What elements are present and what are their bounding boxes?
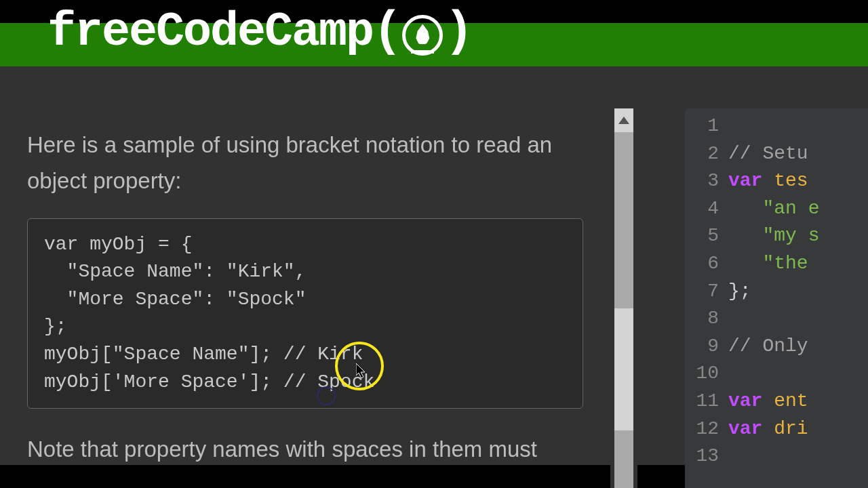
editor-line[interactable]: 7}; (685, 278, 868, 306)
paren-open: ( (373, 13, 401, 52)
editor-line[interactable]: 3var tes (685, 167, 868, 195)
editor-line[interactable]: 5 "my s (685, 222, 868, 250)
line-number: 4 (685, 195, 728, 223)
code-editor-pane[interactable]: 12// Setu3var tes4 "an e5 "my s6 "the 7}… (685, 108, 868, 488)
line-number: 3 (685, 167, 728, 195)
editor-line-content[interactable]: // Setu (728, 140, 808, 168)
line-number: 6 (685, 250, 728, 278)
chevron-up-icon (618, 117, 629, 124)
editor-line[interactable]: 8 (685, 305, 868, 333)
line-number: 1 (685, 113, 728, 140)
line-number: 5 (685, 222, 728, 250)
scroll-up-button[interactable] (614, 108, 633, 132)
editor-line[interactable]: 10 (685, 360, 868, 388)
editor-line[interactable]: 12var dri (685, 415, 868, 443)
editor-line[interactable]: 2// Setu (685, 140, 868, 168)
svg-marker-0 (356, 363, 365, 378)
editor-line[interactable]: 1 (685, 113, 868, 140)
brand-banner: freeCodeCamp() (0, 23, 868, 66)
editor-line-content[interactable]: var tes (728, 167, 808, 195)
line-number: 9 (685, 333, 728, 361)
line-number: 12 (685, 415, 728, 443)
brand-name-text: freeCodeCamp (47, 14, 373, 52)
lesson-note-text: Note that property names with spaces in … (27, 432, 583, 468)
flame-icon (402, 15, 443, 56)
lesson-intro-text: Here is a sample of using bracket notati… (27, 127, 583, 199)
line-number: 13 (685, 443, 728, 470)
editor-line-content[interactable]: var dri (728, 415, 808, 443)
editor-line-content[interactable]: }; (728, 278, 751, 306)
line-number: 7 (685, 278, 728, 306)
editor-line-content[interactable]: var ent (728, 388, 808, 415)
secondary-circle-icon (317, 386, 336, 405)
line-number: 10 (685, 360, 728, 388)
lesson-content: Here is a sample of using bracket notati… (0, 66, 610, 465)
editor-line-content[interactable]: "the (728, 250, 819, 278)
editor-line[interactable]: 11var ent (685, 388, 868, 415)
code-sample-box: var myObj = { "Space Name": "Kirk", "Mor… (27, 218, 583, 409)
editor-line-content[interactable]: "my s (728, 222, 819, 250)
left-pane-scrollbar[interactable] (610, 108, 637, 488)
code-sample-text: var myObj = { "Space Name": "Kirk", "Mor… (44, 231, 566, 396)
editor-line[interactable]: 4 "an e (685, 195, 868, 223)
scrollbar-thumb[interactable] (614, 308, 633, 430)
line-number: 2 (685, 140, 728, 168)
app-stage: freeCodeCamp() Here is a sample of using… (0, 23, 868, 465)
paren-close: ) (444, 13, 472, 52)
editor-line[interactable]: 9// Only (685, 333, 868, 361)
editor-line-content[interactable]: // Only (728, 333, 808, 361)
scrollbar-track[interactable] (614, 132, 633, 488)
editor-line[interactable]: 6 "the (685, 250, 868, 278)
line-number: 11 (685, 388, 728, 415)
editor-line[interactable]: 13 (685, 443, 868, 470)
brand-logo: freeCodeCamp() (47, 12, 473, 53)
line-number: 8 (685, 305, 728, 333)
editor-line-content[interactable]: "an e (728, 195, 819, 223)
